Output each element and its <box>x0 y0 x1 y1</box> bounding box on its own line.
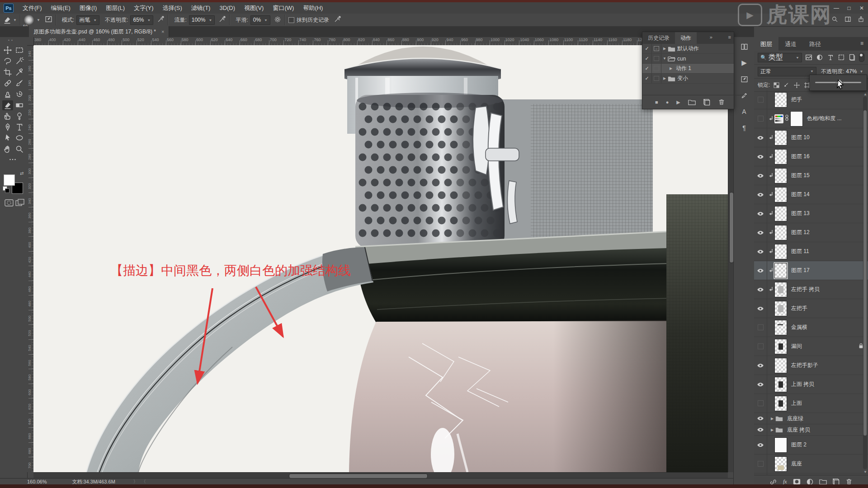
layer-row-19[interactable]: 图层 2 <box>754 436 868 455</box>
brush-tool[interactable] <box>14 78 25 88</box>
eye-icon[interactable] <box>754 128 767 147</box>
layer-row-3[interactable]: 图层 16 <box>754 147 868 166</box>
layer-thumbnail[interactable] <box>774 149 787 164</box>
eye-icon[interactable] <box>754 436 767 454</box>
smart-object-filter-icon[interactable] <box>848 53 856 61</box>
action-row-1[interactable]: ✓▼cun <box>642 54 734 64</box>
layer-thumbnail[interactable] <box>774 320 787 335</box>
filter-toggle-icon[interactable] <box>859 53 864 62</box>
delete-button[interactable] <box>718 99 725 106</box>
layer-row-12[interactable]: 金属横 <box>754 318 868 337</box>
new-action-button[interactable] <box>703 99 710 106</box>
layer-row-11[interactable]: 左把手 <box>754 299 868 318</box>
layer-thumbnail[interactable] <box>774 396 787 411</box>
menu-item-10[interactable]: 帮助(H) <box>298 3 327 14</box>
layer-mask-thumbnail[interactable] <box>790 111 803 127</box>
layer-row-14[interactable]: 左把手影子 <box>754 356 868 375</box>
horizontal-scrollbar[interactable] <box>33 472 728 479</box>
ruler-origin[interactable] <box>27 37 34 46</box>
eye-icon[interactable] <box>754 375 767 394</box>
type-tool[interactable] <box>14 122 25 132</box>
brush-panel-toggle-icon[interactable] <box>45 15 52 24</box>
layers-scrollbar[interactable] <box>863 92 867 474</box>
screen-mode-icon[interactable] <box>15 199 24 209</box>
flow-select[interactable]: 100%▼ <box>189 15 215 25</box>
scroll-up-icon[interactable]: ▲ <box>863 92 867 96</box>
action-modal-icon[interactable] <box>652 64 661 73</box>
menu-item-1[interactable]: 编辑(E) <box>47 3 75 14</box>
menu-item-2[interactable]: 图像(I) <box>75 3 101 14</box>
pressure-opacity-icon[interactable] <box>157 15 165 24</box>
layer-row-6[interactable]: 图层 13 <box>754 204 868 223</box>
brush-preset-picker[interactable]: 50 <box>24 15 34 25</box>
action-row-3[interactable]: ✓▶变小 <box>642 74 734 84</box>
shape-tool[interactable] <box>14 133 25 143</box>
zoom-level[interactable]: 160.06% <box>27 479 47 484</box>
panel-menu-icon[interactable]: ≡ <box>726 32 734 44</box>
expander-icon[interactable]: ▶ <box>668 66 674 70</box>
ps-logo[interactable]: Ps <box>4 4 14 13</box>
layer-thumbnail[interactable] <box>774 437 787 453</box>
pixel-filter-icon[interactable] <box>805 53 813 61</box>
folder-closed-icon[interactable] <box>775 427 783 433</box>
workspace-icon[interactable] <box>844 16 851 24</box>
menu-item-5[interactable]: 选择(S) <box>158 3 186 14</box>
share-icon[interactable] <box>858 16 864 24</box>
action-check-icon[interactable]: ✓ <box>642 64 652 73</box>
dodge-tool[interactable] <box>14 111 25 121</box>
clone-stamp-tool[interactable] <box>2 89 13 99</box>
search-icon[interactable] <box>831 16 838 24</box>
eye-icon[interactable] <box>754 185 767 204</box>
layer-row-0[interactable]: 把手 <box>754 90 868 109</box>
menu-item-9[interactable]: 窗口(W) <box>268 3 298 14</box>
mask-link-icon[interactable] <box>785 114 789 123</box>
eye-icon[interactable] <box>754 424 767 435</box>
smudge-tool[interactable] <box>2 111 13 121</box>
action-modal-icon[interactable] <box>652 74 661 83</box>
type-filter-icon[interactable] <box>826 53 835 61</box>
layer-opacity-value[interactable]: 47% <box>846 68 857 75</box>
layers-scrollbar-thumb[interactable] <box>863 110 867 436</box>
brush-panel-icon[interactable] <box>739 74 749 84</box>
expander-icon[interactable]: ▶ <box>661 47 668 51</box>
opacity-slider-popup[interactable] <box>809 75 867 91</box>
more-tools-tool[interactable] <box>7 155 18 164</box>
action-check-icon[interactable]: ✓ <box>642 44 652 53</box>
eye-hidden-box[interactable] <box>754 109 767 128</box>
expander-icon[interactable]: ▼ <box>661 56 668 61</box>
gear-icon[interactable] <box>274 16 281 24</box>
layers-tab-1[interactable]: 通道 <box>778 37 803 51</box>
layer-thumbnail[interactable] <box>774 168 787 183</box>
eye-hidden-box[interactable] <box>754 455 767 473</box>
maximize-button[interactable]: □ <box>843 4 855 13</box>
swap-colors-icon[interactable]: ⇄ <box>20 171 24 176</box>
layer-row-16[interactable]: 上面 <box>754 394 868 413</box>
eye-icon[interactable] <box>754 223 767 242</box>
panel-menu-icon[interactable]: ≡ <box>856 37 868 51</box>
status-prev-icon[interactable]: 〈 <box>142 479 146 485</box>
layer-thumbnail[interactable] <box>774 130 787 145</box>
airbrush-icon[interactable] <box>218 15 226 24</box>
layer-row-9[interactable]: 图层 17 <box>754 261 868 280</box>
layer-row-20[interactable]: 底座 <box>754 455 868 474</box>
erase-history-checkbox[interactable] <box>288 17 294 23</box>
layer-row-4[interactable]: 图层 15 <box>754 166 868 185</box>
layer-row-1[interactable]: 色相/饱和度 ... <box>754 109 868 128</box>
scroll-down-icon[interactable]: ▼ <box>863 470 867 474</box>
layers-tab-0[interactable]: 图层 <box>754 37 778 51</box>
eye-icon[interactable] <box>754 280 767 299</box>
layer-thumbnail[interactable] <box>774 377 787 392</box>
layer-thumbnail[interactable] <box>774 358 787 373</box>
blend-mode-select[interactable]: 正常▼ <box>758 67 816 76</box>
toolbar-grip-icon[interactable]: • • <box>8 38 13 42</box>
chevron-down-icon[interactable]: ▼ <box>13 18 17 22</box>
layer-thumbnail[interactable] <box>774 92 787 108</box>
layer-thumbnail[interactable] <box>774 225 787 240</box>
gradient-tool[interactable] <box>14 100 25 110</box>
action-modal-icon[interactable]: – <box>652 44 661 53</box>
lock-move-icon[interactable] <box>793 82 800 89</box>
layer-row-10[interactable]: 左把手 拷贝 <box>754 280 868 299</box>
eraser-tool-preset-icon[interactable] <box>3 15 12 24</box>
eyedropper-tool[interactable] <box>14 67 25 77</box>
action-check-icon[interactable]: ✓ <box>642 54 652 63</box>
